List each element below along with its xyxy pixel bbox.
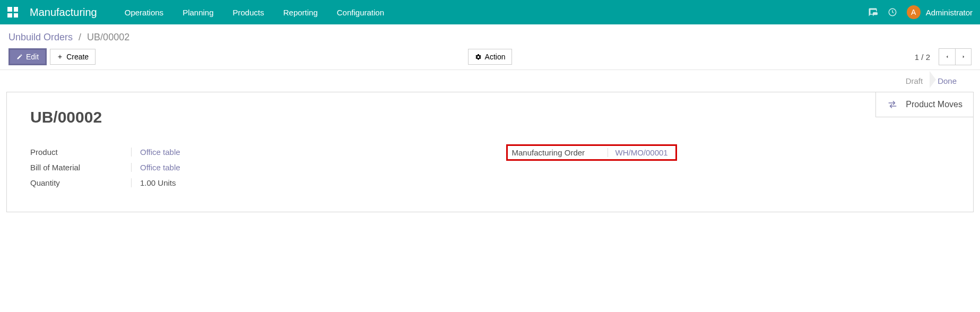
activity-icon[interactable]	[888, 7, 897, 17]
control-panel: Unbuild Orders / UB/00002 Edit Create Ac…	[0, 24, 980, 70]
gear-icon	[475, 54, 482, 60]
label-quantity: Quantity	[30, 178, 131, 187]
edit-button[interactable]: Edit	[8, 48, 47, 65]
value-bom[interactable]: Office table	[131, 163, 180, 172]
pager-next-button[interactable]	[955, 49, 971, 65]
nav-item-planning[interactable]: Planning	[173, 2, 223, 23]
exchange-icon	[887, 100, 898, 109]
field-manufacturing-order-highlight: Manufacturing Order WH/MO/00001	[506, 144, 677, 161]
product-moves-label: Product Moves	[906, 100, 962, 109]
breadcrumb: Unbuild Orders / UB/00002	[8, 32, 972, 43]
pager-prev-button[interactable]	[939, 49, 955, 65]
form-columns: Product Office table Bill of Material Of…	[30, 144, 950, 190]
user-menu[interactable]: A Administrator	[907, 5, 973, 19]
pager-buttons	[939, 48, 972, 65]
navbar-right: A Administrator	[868, 5, 973, 19]
breadcrumb-separator: /	[79, 32, 81, 42]
product-moves-button[interactable]: Product Moves	[876, 92, 973, 117]
status-draft[interactable]: Draft	[898, 76, 931, 85]
sheet-content: UB/00002 Product Office table Bill of Ma…	[7, 92, 973, 212]
apps-icon[interactable]	[7, 7, 18, 18]
user-name: Administrator	[926, 8, 973, 17]
plus-icon	[57, 54, 63, 60]
value-quantity: 1.00 Units	[131, 178, 176, 187]
action-button[interactable]: Action	[468, 49, 513, 65]
value-product[interactable]: Office table	[131, 148, 180, 157]
form-right-column: Manufacturing Order WH/MO/00001	[506, 144, 950, 190]
nav-item-operations[interactable]: Operations	[115, 2, 173, 23]
form-left-column: Product Office table Bill of Material Of…	[30, 144, 474, 190]
avatar: A	[907, 5, 921, 19]
action-button-label: Action	[485, 53, 506, 61]
field-product: Product Office table	[30, 144, 474, 160]
navbar-left: Manufacturing Operations Planning Produc…	[7, 2, 394, 23]
nav-item-products[interactable]: Products	[223, 2, 274, 23]
field-bom: Bill of Material Office table	[30, 160, 474, 175]
nav-menu: Operations Planning Products Reporting C…	[115, 2, 394, 23]
top-navbar: Manufacturing Operations Planning Produc…	[0, 0, 980, 24]
value-manufacturing-order[interactable]: WH/MO/00001	[608, 148, 671, 157]
create-button[interactable]: Create	[50, 49, 96, 65]
pager-text[interactable]: 1 / 2	[915, 53, 930, 62]
create-button-label: Create	[66, 53, 89, 61]
record-title: UB/00002	[30, 108, 950, 126]
stat-button-box: Product Moves	[875, 92, 973, 117]
status-arrow-icon	[930, 71, 936, 88]
breadcrumb-current: UB/00002	[87, 32, 129, 42]
nav-item-configuration[interactable]: Configuration	[327, 2, 394, 23]
edit-button-label: Edit	[26, 53, 39, 61]
field-quantity: Quantity 1.00 Units	[30, 175, 474, 190]
label-bom: Bill of Material	[30, 163, 131, 172]
form-sheet-wrap: Product Moves UB/00002 Product Office ta…	[0, 92, 980, 223]
chevron-left-icon	[944, 53, 950, 60]
label-product: Product	[30, 148, 131, 157]
chevron-right-icon	[961, 53, 966, 60]
app-brand[interactable]: Manufacturing	[30, 6, 97, 19]
breadcrumb-root[interactable]: Unbuild Orders	[8, 32, 73, 42]
form-sheet: Product Moves UB/00002 Product Office ta…	[6, 92, 974, 212]
chat-icon[interactable]	[868, 7, 878, 17]
pencil-icon	[16, 54, 23, 60]
label-manufacturing-order: Manufacturing Order	[512, 148, 608, 157]
status-bar: Draft Done	[0, 70, 980, 92]
nav-item-reporting[interactable]: Reporting	[274, 2, 327, 23]
